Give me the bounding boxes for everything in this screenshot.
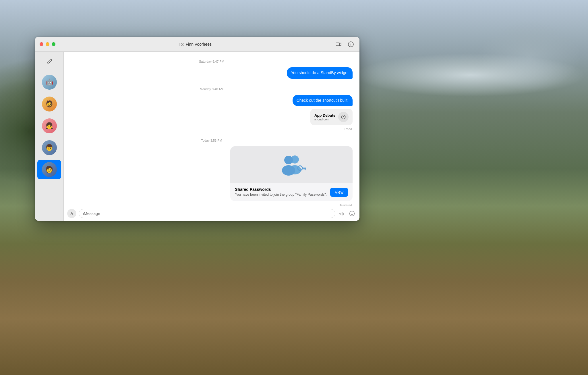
message-input[interactable] — [79, 209, 335, 218]
avatar-girl: 👧 — [42, 118, 57, 133]
passwords-icon — [277, 153, 306, 176]
svg-point-12 — [350, 211, 355, 216]
message-row-2: Check out the shortcut I built! — [71, 95, 353, 106]
link-card[interactable]: App Debuts icloud.com — [310, 109, 353, 125]
messages-container: Saturday 9:47 PM You should do a StandBy… — [64, 52, 359, 206]
title-bar: To: Finn Voorhees — [35, 37, 359, 52]
svg-rect-0 — [336, 43, 340, 46]
contact-name: Finn Voorhees — [186, 42, 212, 47]
view-button[interactable]: View — [330, 188, 348, 197]
passwords-card-header — [230, 146, 353, 183]
sidebar-contact-girl[interactable]: 👧 — [35, 116, 63, 136]
chat-area: Saturday 9:47 PM You should do a StandBy… — [64, 52, 359, 221]
timestamp-saturday: Saturday 9:47 PM — [71, 60, 353, 63]
passwords-card-info: Shared Passwords You have been invited t… — [235, 187, 327, 197]
passwords-card-body: Shared Passwords You have been invited t… — [230, 183, 353, 201]
sidebar-contact-beard[interactable]: 🧔 — [35, 94, 63, 114]
minimize-button[interactable] — [46, 42, 49, 46]
passwords-card-title: Shared Passwords — [235, 187, 327, 192]
title-bar-actions — [335, 40, 355, 48]
message-bubble-2: Check out the shortcut I built! — [293, 95, 353, 106]
message-row-1: You should do a StandBy widget — [71, 67, 353, 79]
maximize-button[interactable] — [52, 42, 55, 46]
delivered-label: Delivered — [71, 203, 352, 206]
read-label: Read — [71, 127, 352, 131]
message-bubble-1: You should do a StandBy widget — [287, 67, 353, 79]
info-button[interactable] — [347, 40, 355, 48]
svg-point-13 — [351, 213, 351, 213]
passwords-card-desc: You have been invited to join the group … — [235, 192, 327, 197]
sidebar: 🤖 🧔 👧 👦 — [35, 52, 64, 221]
avatar-boy: 👦 — [42, 140, 57, 155]
avatar-beard: 🧔 — [42, 97, 57, 111]
message-row-link-card: App Debuts icloud.com — [71, 109, 353, 125]
main-content: 🤖 🧔 👧 👦 — [35, 52, 359, 221]
svg-point-7 — [282, 165, 295, 176]
audio-button[interactable] — [338, 209, 346, 218]
video-call-button[interactable] — [335, 40, 343, 48]
sidebar-contact-robot[interactable]: 🤖 — [35, 72, 63, 92]
link-card-icon — [338, 112, 349, 122]
messages-window: To: Finn Voorhees — [35, 37, 359, 221]
sidebar-contact-boy[interactable]: 👦 — [35, 138, 63, 157]
emoji-button[interactable] — [348, 209, 356, 218]
svg-point-14 — [353, 213, 353, 213]
avatar-current: 🧑 — [42, 162, 57, 177]
svg-point-2 — [351, 43, 351, 43]
avatar-robot: 🤖 — [42, 75, 57, 90]
compose-button[interactable] — [43, 55, 56, 68]
svg-point-6 — [284, 156, 293, 164]
timestamp-monday: Monday 9:40 AM — [71, 87, 353, 91]
timestamp-today: Today 3:53 PM — [71, 139, 353, 142]
link-card-title: App Debuts — [314, 113, 335, 118]
apps-button[interactable]: A — [67, 209, 76, 218]
title-bar-center: To: Finn Voorhees — [55, 42, 335, 47]
link-card-url: icloud.com — [314, 118, 335, 121]
message-row-passwords: Shared Passwords You have been invited t… — [71, 146, 353, 201]
shared-passwords-card: Shared Passwords You have been invited t… — [230, 146, 353, 201]
sidebar-contact-current[interactable]: 🧑 — [37, 160, 61, 179]
link-card-text: App Debuts icloud.com — [314, 113, 335, 121]
to-label: To: — [179, 42, 184, 47]
close-button[interactable] — [40, 42, 43, 46]
traffic-lights — [40, 42, 55, 46]
input-bar: A — [64, 206, 359, 221]
